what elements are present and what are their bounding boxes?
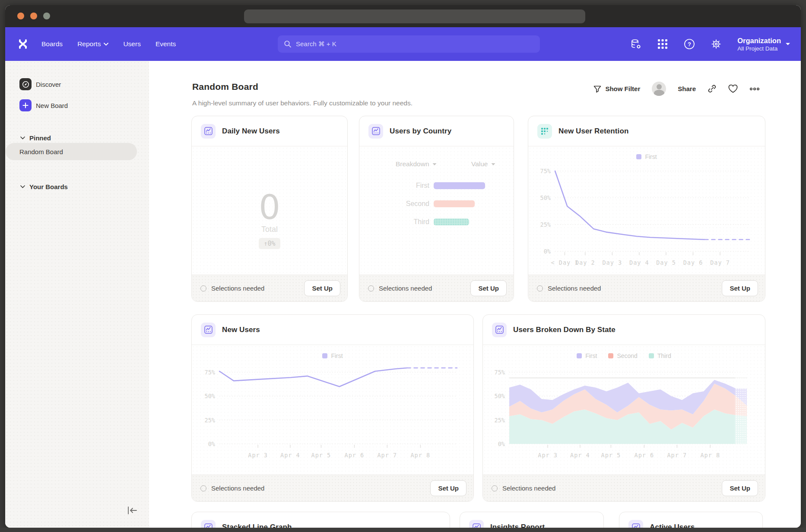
page-title: Random Board — [192, 82, 258, 92]
breakdown-dropdown[interactable]: Breakdown — [396, 160, 471, 168]
sidebar-item-discover[interactable]: Discover — [19, 75, 149, 93]
search-input[interactable]: Search ⌘ + K — [278, 35, 540, 53]
bar-first — [434, 182, 485, 189]
favorite-heart-icon[interactable] — [728, 85, 738, 93]
empty-circle-icon — [537, 285, 543, 291]
card-users-by-country: Users by Country Breakdown Value — [359, 116, 514, 302]
card-new-user-retention: New User Retention First 75%50%25%0%< Da… — [528, 116, 765, 302]
line-chart-icon — [201, 124, 216, 139]
line-chart-widget: First 75%50%25%0%Apr 3Apr 4Apr 5Apr 6Apr… — [192, 345, 473, 475]
svg-text:Apr 3: Apr 3 — [538, 452, 558, 459]
card-title: Users Broken Down By State — [513, 326, 616, 334]
card-active-users: Active Users — [619, 512, 763, 528]
card-title: Stacked Line Graph — [222, 523, 292, 528]
svg-text:50%: 50% — [205, 393, 215, 399]
status-selections-needed: Selections needed — [200, 285, 264, 292]
sidebar-section-your-boards[interactable]: Your Boards — [20, 183, 149, 190]
card-stacked-line-graph: Stacked Line Graph — [191, 512, 450, 528]
sidebar-item-random-board[interactable]: Random Board — [6, 143, 137, 160]
card-new-users: New Users First 75%50%25%0%Apr 3Apr 4Apr… — [191, 314, 474, 502]
metric-value: 0 — [192, 188, 347, 227]
line-chart-icon — [201, 323, 216, 337]
chevron-down-icon — [432, 163, 437, 166]
svg-text:50%: 50% — [540, 194, 551, 201]
value-dropdown[interactable]: Value — [471, 160, 495, 168]
sidebar-section-pinned[interactable]: Pinned — [20, 134, 149, 142]
svg-text:< Day 1: < Day 1 — [551, 259, 579, 266]
set-up-button[interactable]: Set Up — [470, 280, 507, 296]
retention-chart: First 75%50%25%0%< Day 1Day 2Day 3Day 4D… — [528, 146, 765, 275]
set-up-button[interactable]: Set Up — [722, 280, 758, 296]
set-up-button[interactable]: Set Up — [722, 480, 758, 496]
svg-text:25%: 25% — [540, 221, 551, 228]
set-up-button[interactable]: Set Up — [430, 480, 466, 496]
svg-text:Day 7: Day 7 — [710, 259, 730, 266]
board-main: Random Board A high-level summary of use… — [149, 61, 801, 528]
set-up-button[interactable]: Set Up — [304, 280, 340, 296]
discover-compass-icon — [19, 78, 32, 90]
traffic-lights[interactable] — [17, 13, 50, 19]
url-bar[interactable] — [244, 10, 585, 23]
svg-text:25%: 25% — [495, 417, 505, 424]
svg-text:Apr 8: Apr 8 — [700, 452, 720, 459]
sidebar: Discover New Board Pinned Random Board Y… — [5, 61, 149, 528]
svg-text:Apr 5: Apr 5 — [601, 452, 621, 459]
line-chart-icon — [469, 520, 484, 528]
svg-text:0%: 0% — [208, 440, 215, 447]
card-title: Active Users — [650, 523, 695, 528]
svg-text:Day 2: Day 2 — [575, 259, 595, 266]
sidebar-item-new-board[interactable]: New Board — [19, 96, 149, 114]
top-navbar: Boards Reports Users Events Search ⌘ + K — [5, 27, 801, 61]
org-project: All Project Data — [737, 45, 781, 52]
new-users-line-chart: 75%50%25%0%Apr 3Apr 4Apr 5Apr 6Apr 7Apr … — [192, 345, 473, 475]
svg-text:50%: 50% — [495, 393, 505, 399]
show-filter-button[interactable]: Show Filter — [593, 85, 640, 93]
browser-window: Boards Reports Users Events Search ⌘ + K — [5, 5, 801, 528]
empty-circle-icon — [492, 485, 498, 491]
chevron-down-icon — [20, 185, 25, 188]
copy-link-icon[interactable] — [708, 84, 717, 93]
zoom-window-icon[interactable] — [43, 13, 50, 19]
nav-links: Boards Reports Users Events — [41, 40, 176, 48]
empty-circle-icon — [200, 485, 206, 491]
help-icon[interactable]: ? — [684, 38, 695, 50]
svg-text:Apr 7: Apr 7 — [377, 452, 397, 459]
data-management-icon[interactable] — [630, 38, 641, 50]
mixpanel-logo-icon[interactable] — [17, 38, 29, 50]
svg-text:Apr 8: Apr 8 — [410, 452, 430, 459]
share-button[interactable]: Share — [678, 85, 696, 92]
line-chart-icon — [628, 520, 643, 528]
minimize-window-icon[interactable] — [30, 13, 37, 19]
plus-icon — [19, 99, 32, 111]
org-switcher[interactable]: Organization All Project Data — [737, 36, 790, 52]
settings-gear-icon[interactable] — [711, 38, 722, 50]
status-selections-needed: Selections needed — [200, 484, 264, 492]
number-widget: 0 Total ↑0% — [192, 146, 347, 275]
stacked-area-widget: FirstSecondThird 75%50%25%0%Apr 3Apr 4Ap… — [483, 345, 765, 475]
card-title: Users by Country — [390, 127, 451, 136]
nav-item-reports[interactable]: Reports — [77, 40, 108, 48]
nav-item-boards[interactable]: Boards — [41, 40, 63, 48]
svg-text:Apr 7: Apr 7 — [667, 452, 687, 459]
collapse-sidebar-button[interactable] — [126, 505, 139, 516]
avatar[interactable] — [652, 82, 666, 96]
metric-label: Total — [192, 225, 347, 234]
page-subtitle: A high-level summary of user behaviors. … — [192, 99, 413, 107]
nav-item-users[interactable]: Users — [123, 40, 140, 48]
svg-text:75%: 75% — [495, 369, 505, 376]
apps-grid-icon[interactable] — [657, 38, 668, 50]
bar-second — [434, 200, 475, 207]
empty-circle-icon — [368, 285, 374, 291]
svg-text:Apr 6: Apr 6 — [635, 452, 654, 459]
svg-text:25%: 25% — [205, 417, 215, 424]
card-users-by-state: Users Broken Down By State FirstSecondTh… — [482, 314, 765, 502]
window-titlebar — [5, 5, 801, 27]
status-selections-needed: Selections needed — [537, 285, 601, 292]
close-window-icon[interactable] — [17, 13, 24, 19]
more-options-icon[interactable] — [749, 87, 760, 91]
svg-text:75%: 75% — [205, 369, 215, 376]
card-title: New User Retention — [558, 127, 628, 136]
nav-item-events[interactable]: Events — [155, 40, 176, 48]
nav-right: ? Organization All Project Data — [630, 27, 790, 61]
svg-text:Apr 6: Apr 6 — [345, 452, 365, 459]
